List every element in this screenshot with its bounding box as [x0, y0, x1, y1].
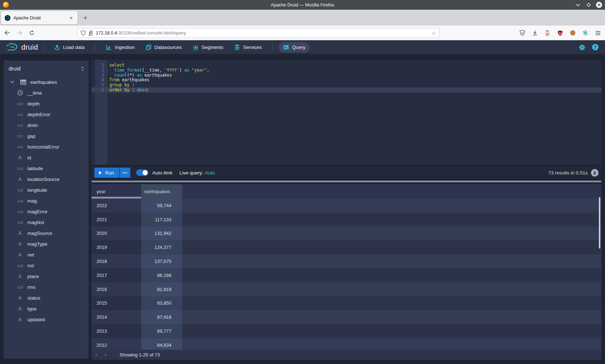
tree-item-column-id[interactable]: Aid — [4, 152, 89, 163]
back-icon[interactable] — [2, 28, 12, 38]
nav-item-load-data[interactable]: Load data — [50, 42, 89, 53]
live-query-value[interactable]: Auto — [205, 170, 215, 176]
auto-limit-toggle[interactable] — [136, 169, 148, 176]
cell-earthquakes[interactable]: 87,418 — [141, 310, 182, 324]
column-header-earthquakes[interactable]: earthquakes — [141, 184, 182, 199]
tree-item-column-locationSource[interactable]: AlocationSource — [4, 174, 89, 185]
maximize-icon[interactable] — [586, 2, 591, 8]
tree-item-column-magSource[interactable]: AmagSource — [4, 228, 89, 238]
cell-year[interactable]: 2020 — [91, 227, 141, 241]
cell-year[interactable]: 2016 — [91, 282, 141, 296]
tree-item-column-rms[interactable]: 123rms — [4, 282, 89, 292]
load-data-icon — [54, 44, 60, 50]
sql-line-2[interactable]: 2 time_format(__time, 'YYYY') as "year", — [91, 68, 601, 73]
tab-title: Apache Druid — [13, 15, 69, 21]
run-more-button[interactable]: ••• — [120, 168, 130, 178]
sql-line-6[interactable]: 6order by 1 desc — [91, 87, 601, 92]
sql-line-5[interactable]: 5group by 1 — [91, 82, 601, 87]
sql-line-3[interactable]: 3 count(*) as earthquakes — [91, 73, 601, 78]
tree-item-column-dmin[interactable]: 123dmin — [4, 120, 89, 131]
cell-year[interactable]: 2013 — [91, 324, 141, 338]
cell-earthquakes[interactable]: 83,850 — [141, 296, 182, 310]
tree-item-column-type[interactable]: Atype — [4, 303, 89, 314]
help-icon[interactable]: ? — [592, 44, 599, 50]
tab-apache-druid[interactable]: Apache Druid × — [1, 11, 77, 24]
download-results-icon[interactable] — [591, 169, 599, 177]
horizontal-scrollbar[interactable] — [91, 181, 601, 182]
window-titlebar[interactable]: Apache Druid — Mozilla Firefox — [0, 0, 605, 10]
druid-logo[interactable]: druid — [6, 42, 38, 52]
cell-year[interactable]: 2019 — [91, 240, 141, 254]
cell-year[interactable]: 2017 — [91, 268, 141, 282]
tree-item-column-magError[interactable]: 123magError — [4, 206, 89, 217]
tree-item-column-gap[interactable]: 123gap — [4, 131, 89, 141]
url-bar[interactable]: 172.18.0.4:30109/unified-console.html#qu… — [77, 28, 439, 38]
nav-item-datasources[interactable]: Datasources — [141, 42, 186, 53]
menu-icon[interactable] — [594, 29, 601, 37]
tree-item-column-place[interactable]: Aplace — [4, 271, 89, 282]
chevron-down-icon[interactable] — [9, 81, 16, 83]
cell-earthquakes[interactable]: 124,377 — [141, 240, 182, 254]
tree-item-column-depthError[interactable]: 123depthError — [4, 109, 89, 120]
nav-item-query[interactable]: Query — [279, 42, 310, 53]
cell-earthquakes[interactable]: 86,166 — [141, 268, 182, 282]
ublock-icon[interactable] — [556, 29, 564, 37]
settings-gear-icon[interactable] — [579, 44, 586, 51]
insecure-lock-icon[interactable] — [88, 30, 93, 36]
tree-item-column-horizontalError[interactable]: 123horizontalError — [4, 141, 89, 152]
bookmark-star-icon[interactable]: ☆ — [431, 30, 436, 36]
account-shield-icon[interactable] — [519, 29, 526, 37]
reload-icon[interactable] — [27, 28, 37, 38]
tree-item-column-magType[interactable]: AmagType — [4, 238, 89, 249]
nav-item-ingestion[interactable]: Ingestion — [102, 42, 139, 53]
consent-asterisk-icon[interactable] — [582, 29, 589, 37]
tree-item-column-depth[interactable]: 123depth — [4, 98, 89, 109]
tree-item-column-latitude[interactable]: 123latitude — [4, 163, 89, 174]
cell-earthquakes[interactable]: 131,942 — [141, 227, 182, 241]
tree-item-column-magNst[interactable]: 123magNst — [4, 217, 89, 228]
tab-close-icon[interactable]: × — [69, 15, 74, 21]
new-tab-button[interactable]: + — [81, 13, 90, 23]
cell-earthquakes[interactable]: 81,919 — [141, 282, 182, 296]
cookie-icon[interactable] — [569, 29, 576, 37]
nav-item-segments[interactable]: Segments — [188, 42, 228, 53]
cell-earthquakes[interactable]: 69,777 — [141, 324, 182, 338]
tracking-shield-icon[interactable] — [81, 30, 86, 36]
extension-jar-icon[interactable] — [544, 29, 551, 37]
tree-item-column-status[interactable]: Astatus — [4, 292, 89, 303]
vertical-scrollbar[interactable] — [599, 197, 600, 249]
string-type-icon: A — [17, 155, 24, 160]
cell-year[interactable]: 2014 — [91, 310, 141, 324]
tree-item-column-updated[interactable]: Aupdated — [4, 314, 89, 325]
next-page-icon[interactable]: › — [101, 352, 110, 358]
nav-item-services[interactable]: Services — [230, 42, 266, 53]
sql-code: order by 1 desc — [107, 87, 148, 92]
tree-item-column-longitude[interactable]: 123longitude — [4, 185, 89, 195]
downloads-icon[interactable] — [531, 29, 538, 37]
tree-item-column-nst[interactable]: 123nst — [4, 260, 89, 271]
cell-earthquakes[interactable]: 59,744 — [141, 199, 182, 213]
sql-editor[interactable]: 1select2 time_format(__time, 'YYYY') as … — [91, 60, 601, 165]
string-type-icon: A — [17, 295, 24, 301]
cell-year[interactable]: 2018 — [91, 254, 141, 268]
cell-earthquakes[interactable]: 64,634 — [141, 338, 182, 350]
run-button[interactable]: Run — [94, 168, 119, 178]
tree-item-column-net[interactable]: Anet — [4, 249, 89, 260]
tree-item-table-earthquakes[interactable]: earthquakes — [4, 77, 89, 87]
minimize-icon[interactable] — [575, 2, 581, 8]
sql-line-4[interactable]: 4from earthquakes — [91, 77, 601, 82]
close-icon[interactable] — [596, 2, 602, 8]
column-header-year[interactable]: year — [91, 184, 141, 199]
forward-icon[interactable] — [14, 28, 24, 38]
cell-earthquakes[interactable]: 137,575 — [141, 254, 182, 268]
cell-year[interactable]: 2021 — [91, 213, 141, 227]
cell-year[interactable]: 2015 — [91, 296, 141, 310]
double-caret-icon[interactable] — [81, 66, 84, 71]
cell-year[interactable]: 2012 — [91, 338, 141, 350]
prev-page-icon[interactable]: ‹ — [91, 352, 101, 358]
sql-line-1[interactable]: 1select — [91, 63, 601, 68]
tree-item-column-__time[interactable]: __time — [4, 87, 89, 98]
cell-earthquakes[interactable]: 117,133 — [141, 213, 182, 227]
cell-year[interactable]: 2022 — [91, 199, 141, 213]
tree-item-column-mag[interactable]: 123mag — [4, 195, 89, 206]
